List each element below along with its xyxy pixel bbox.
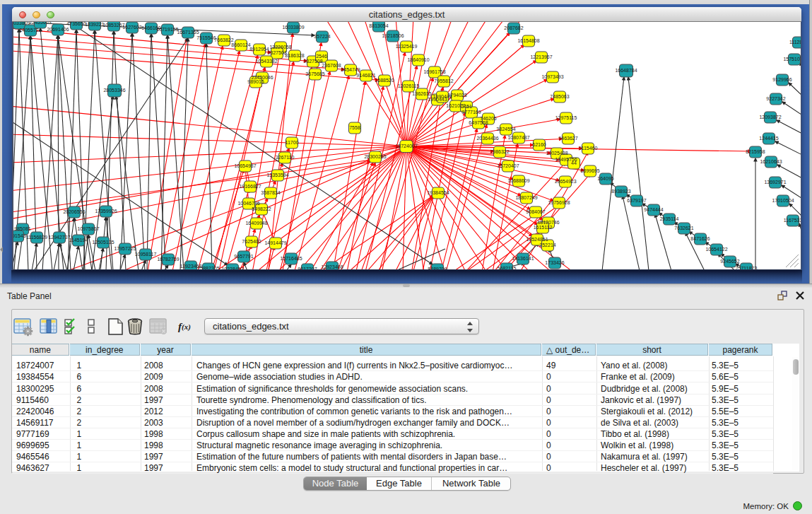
svg-text:28053346: 28053346 [103,88,125,93]
svg-text:14055724: 14055724 [19,28,41,33]
svg-text:1588520: 1588520 [375,78,394,83]
svg-text:9245652: 9245652 [720,259,739,264]
svg-text:9146821: 9146821 [356,73,375,78]
svg-text:5498222: 5498222 [252,206,271,211]
svg-text:16409948: 16409948 [245,221,267,226]
svg-text:11325419: 11325419 [396,44,418,49]
svg-text:1839221: 1839221 [85,22,104,27]
svg-text:13692971: 13692971 [764,180,786,185]
svg-text:22455603: 22455603 [29,22,51,25]
svg-text:10807487: 10807487 [507,135,529,140]
svg-text:16154808: 16154808 [517,38,539,43]
svg-text:13353594: 13353594 [266,173,288,177]
svg-text:989015: 989015 [247,79,264,84]
svg-text:17010504: 17010504 [772,198,794,203]
svg-text:1112843: 1112843 [789,40,801,45]
svg-text:7625402: 7625402 [242,239,261,244]
svg-text:3587834: 3587834 [261,190,280,195]
svg-text:12505135: 12505135 [92,240,114,245]
svg-text:5682115: 5682115 [498,266,517,269]
svg-text:9217207: 9217207 [298,267,317,269]
svg-text:19384554: 19384554 [427,190,449,195]
svg-text:20691406: 20691406 [47,27,69,32]
svg-text:10975867: 10975867 [77,226,99,231]
svg-text:16782759: 16782759 [157,257,179,262]
svg-text:3824554: 3824554 [496,127,515,132]
svg-text:8471626: 8471626 [690,236,710,241]
svg-text:20206556: 20206556 [63,209,85,214]
svg-text:18724007: 18724007 [395,144,417,148]
svg-text:9657791: 9657791 [234,254,253,259]
svg-text:7515546: 7515546 [196,35,216,40]
svg-text:13226058: 13226058 [269,45,291,49]
svg-text:10654122: 10654122 [705,247,727,252]
svg-text:19218506: 19218506 [382,33,404,38]
svg-text:8215958: 8215958 [746,149,765,154]
svg-text:6899695: 6899695 [580,168,599,173]
svg-text:10853267: 10853267 [102,23,124,28]
svg-text:10973493: 10973493 [541,74,563,79]
svg-text:2087682: 2087682 [504,25,523,30]
svg-text:2935114: 2935114 [660,216,679,221]
svg-text:10688609: 10688609 [507,178,529,183]
svg-text:8938923: 8938923 [611,189,630,194]
svg-text:10543382: 10543382 [255,59,277,64]
svg-text:12213967: 12213967 [530,54,552,59]
svg-text:7663822: 7663822 [214,37,233,42]
svg-text:8912954: 8912954 [249,47,269,52]
svg-text:357224: 357224 [314,34,330,39]
svg-text:10025438: 10025438 [546,151,567,156]
svg-text:3267110: 3267110 [276,155,295,160]
svg-text:7485063: 7485063 [550,94,569,99]
svg-text:2451: 2451 [461,104,472,109]
svg-text:19654923: 19654923 [554,179,576,184]
svg-text:10654987: 10654987 [234,163,256,168]
svg-text:16648784: 16648784 [615,68,637,73]
svg-text:1527602: 1527602 [122,25,141,30]
svg-text:1167533: 1167533 [784,218,801,223]
svg-text:8454749: 8454749 [341,67,360,72]
svg-text:62160: 62160 [532,142,546,147]
svg-text:7632621: 7632621 [674,226,693,230]
svg-text:15720407: 15720407 [497,163,519,168]
svg-text:12093872: 12093872 [759,115,781,119]
svg-text:10958117: 10958117 [135,252,157,257]
svg-text:19166827: 19166827 [239,184,261,189]
svg-text:746206: 746206 [480,116,496,121]
svg-text:44: 44 [571,160,577,165]
svg-text:991543: 991543 [13,233,26,238]
svg-text:9327508: 9327508 [303,59,322,64]
svg-text:18120746: 18120746 [537,220,559,225]
svg-text:16033809: 16033809 [13,22,30,25]
svg-text:20364436: 20364436 [476,136,498,141]
svg-text:25882305: 25882305 [197,266,219,269]
svg-text:25711873: 25711873 [736,266,758,269]
svg-text:3675685: 3675685 [305,71,324,76]
svg-text:1733426: 1733426 [545,260,564,265]
svg-text:18807249: 18807249 [515,195,537,200]
svg-text:7986322: 7986322 [490,149,509,154]
svg-text:10719155: 10719155 [156,27,178,32]
svg-text:17359926: 17359926 [95,209,117,214]
svg-text:12942737: 12942737 [48,235,70,240]
svg-text:4735650: 4735650 [66,22,86,26]
svg-text:8660124: 8660124 [231,42,250,47]
svg-text:10046786: 10046786 [237,201,259,206]
svg-text:164095: 164095 [597,176,613,181]
svg-text:9474444: 9474444 [644,207,663,212]
svg-text:16961758: 16961758 [423,69,445,74]
svg-text:13524851: 13524851 [526,237,548,242]
svg-text:9084067: 9084067 [526,209,545,214]
svg-text:11156829: 11156829 [26,235,47,240]
svg-text:985081: 985081 [14,226,30,231]
svg-text:16210643: 16210643 [760,159,782,164]
svg-text:9327503: 9327503 [267,50,286,55]
svg-text:252214: 252214 [539,243,555,247]
svg-text:8489709: 8489709 [428,267,447,269]
svg-text:28300285: 28300285 [364,154,386,159]
svg-text:9129966: 9129966 [772,77,792,82]
svg-text:8186328: 8186328 [285,53,304,58]
svg-text:18640910: 18640910 [407,57,429,62]
svg-text:(x): (x) [182,322,191,332]
svg-text:15751074: 15751074 [783,57,801,62]
